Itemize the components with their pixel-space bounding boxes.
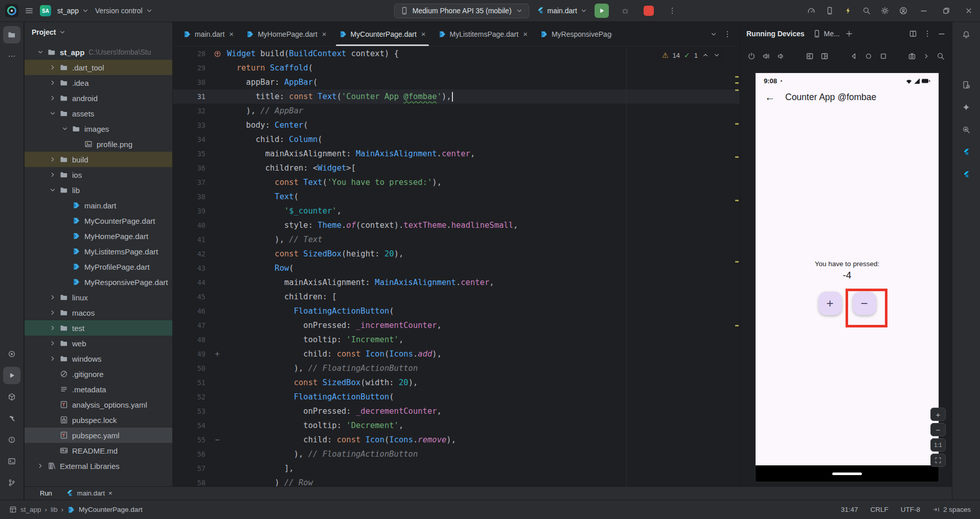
tree-item-myhomepage-dart[interactable]: MyHomePage.dart: [25, 228, 172, 244]
tree-item-linux[interactable]: linux: [25, 290, 172, 305]
tab-options-icon[interactable]: [723, 30, 732, 38]
tree-item-dart-tool[interactable]: .dart_tool: [25, 60, 172, 75]
tree-item-ios[interactable]: ios: [25, 167, 172, 182]
code-line-49[interactable]: 49+ child: const Icon(Icons.add),: [173, 347, 740, 361]
code-line-35[interactable]: 35 mainAxisAlignment: MainAxisAlignment.…: [173, 147, 740, 161]
code-line-37[interactable]: 37 const Text('You have to pressed:'),: [173, 175, 740, 190]
hide-panel-icon[interactable]: [938, 30, 946, 38]
chevron-right-icon[interactable]: [47, 156, 58, 163]
code-line-41[interactable]: 41 ), // Text: [173, 232, 740, 247]
project-tool-button[interactable]: [3, 26, 20, 43]
project-selector[interactable]: st_app: [57, 7, 89, 15]
caret-position-widget[interactable]: 31:47: [841, 506, 858, 513]
previous-problem-icon[interactable]: [702, 52, 709, 59]
back-icon[interactable]: ←: [765, 91, 775, 103]
breadcrumb[interactable]: st_app › lib › MyCounterPage.dart: [9, 506, 143, 514]
chevron-right-icon[interactable]: [47, 294, 58, 301]
chevron-down-icon[interactable]: [47, 110, 58, 117]
code-line-45[interactable]: 45 children: [: [173, 290, 740, 304]
editor-body[interactable]: 28Widget build(BuildContext context) {29…: [173, 46, 740, 486]
tree-item-myresponsivepage-dart[interactable]: MyResponsivePage.dart: [25, 274, 172, 290]
chevron-right-icon[interactable]: [47, 171, 58, 178]
tab-mycounterpage-dart[interactable]: MyCounterPage.dart×: [333, 22, 432, 46]
hot-reload-button[interactable]: [839, 2, 857, 20]
chevron-down-icon[interactable]: [35, 49, 46, 56]
stop-button[interactable]: [642, 4, 656, 18]
gemini-button[interactable]: [958, 99, 975, 116]
settings-button[interactable]: [876, 2, 894, 20]
more-actions-chevron-icon[interactable]: [923, 53, 930, 60]
add-device-icon[interactable]: [845, 30, 853, 38]
next-problem-icon[interactable]: [713, 52, 720, 59]
app-quality-insights-button[interactable]: [958, 121, 975, 138]
code-line-58[interactable]: 58 ) // Row: [173, 476, 740, 486]
code-line-51[interactable]: 51 const SizedBox(width: 20),: [173, 375, 740, 390]
chevron-right-icon[interactable]: [47, 95, 58, 102]
emulator-screen[interactable]: 9:08 ← Counter App @fombae You have to p…: [756, 73, 939, 482]
tree-item-mylistitemspage-dart[interactable]: MyListitemsPage.dart: [25, 244, 172, 259]
services-button[interactable]: [3, 388, 20, 406]
code-line-48[interactable]: 48 tooltip: 'Increment',: [173, 333, 740, 347]
code-line-55[interactable]: 55− child: const Icon(Icons.remove),: [173, 433, 740, 447]
run-tab[interactable]: main.dart ×: [65, 489, 112, 498]
tab-mylistitemspage-dart[interactable]: MyListitemsPage.dart×: [432, 22, 534, 46]
code-line-34[interactable]: 34 child: Column(: [173, 132, 740, 147]
code-line-33[interactable]: 33 body: Center(: [173, 118, 740, 132]
tree-item-external-libraries[interactable]: External Libraries: [25, 458, 172, 474]
nav-back-icon[interactable]: [850, 52, 858, 60]
tree-item-idea[interactable]: .idea: [25, 75, 172, 90]
code-line-44[interactable]: 44 mainAxisAlignment: MainAxisAlignment.…: [173, 275, 740, 290]
tree-item-metadata[interactable]: .metadata: [25, 382, 172, 397]
fold-icon[interactable]: [806, 52, 814, 60]
power-icon[interactable]: [747, 52, 756, 60]
problems-button[interactable]: [3, 431, 20, 449]
version-control-button[interactable]: [3, 474, 20, 491]
terminal-button[interactable]: [3, 453, 20, 470]
code-line-56[interactable]: 56 ), // FloatingActionButton: [173, 447, 740, 461]
version-control-menu[interactable]: Version control: [95, 7, 153, 15]
close-tab-icon[interactable]: ×: [523, 30, 528, 38]
encoding-widget[interactable]: UTF-8: [901, 506, 920, 513]
project-panel-header[interactable]: Project: [25, 22, 172, 42]
search-everywhere-button[interactable]: [857, 2, 876, 20]
code-line-46[interactable]: 46 FloatingActionButton(: [173, 304, 740, 318]
fit-screen-button[interactable]: [930, 454, 946, 467]
tree-item-android[interactable]: android: [25, 90, 172, 106]
unfold-icon[interactable]: [821, 52, 829, 60]
close-button[interactable]: [958, 0, 980, 21]
tree-item-assets[interactable]: assets: [25, 106, 172, 121]
account-button[interactable]: [894, 2, 913, 20]
code-line-31[interactable]: 31 title: const Text('Counter App @fomba…: [173, 89, 740, 104]
code-line-39[interactable]: 39 '$_counter',: [173, 204, 740, 218]
chevron-right-icon[interactable]: [35, 462, 46, 469]
chevron-right-icon[interactable]: [47, 355, 58, 362]
split-view-icon[interactable]: [909, 30, 917, 38]
code-line-30[interactable]: 30 appBar: AppBar(: [173, 75, 740, 89]
dart-analysis-button[interactable]: [3, 345, 20, 363]
code-line-53[interactable]: 53 onPressed: _decrementCounter,: [173, 404, 740, 418]
zoom-in-button[interactable]: +: [930, 408, 946, 421]
profiler-button[interactable]: [802, 2, 821, 20]
code-line-28[interactable]: 28Widget build(BuildContext context) {: [173, 46, 740, 61]
code-line-52[interactable]: 52 FloatingActionButton(: [173, 390, 740, 404]
minimize-button[interactable]: [913, 0, 935, 21]
line-separator-widget[interactable]: CRLF: [870, 506, 888, 513]
flutter-inspector-button[interactable]: [958, 144, 975, 161]
tab-myhomepage-dart[interactable]: MyHomePage.dart×: [240, 22, 332, 46]
zoom-mode-icon[interactable]: [937, 52, 945, 60]
run-tool-button[interactable]: [3, 367, 20, 384]
device-tab[interactable]: Me...: [813, 30, 840, 38]
increment-fab-button[interactable]: +: [818, 292, 842, 315]
screenshot-icon[interactable]: [908, 52, 916, 60]
volume-down-icon[interactable]: [777, 52, 785, 60]
chevron-down-icon[interactable]: [47, 186, 58, 194]
chevron-right-icon[interactable]: [47, 309, 58, 316]
tree-item-windows[interactable]: windows: [25, 351, 172, 366]
zoom-ratio-button[interactable]: 1:1: [930, 438, 946, 452]
device-mirroring-button[interactable]: [821, 2, 839, 20]
chevron-right-icon[interactable]: [47, 79, 58, 86]
code-line-38[interactable]: 38 Text(: [173, 190, 740, 204]
hidden-tabs-chevron-icon[interactable]: [710, 31, 717, 38]
tree-item-readme-md[interactable]: README.md: [25, 443, 172, 458]
project-badge[interactable]: SA: [40, 5, 51, 16]
